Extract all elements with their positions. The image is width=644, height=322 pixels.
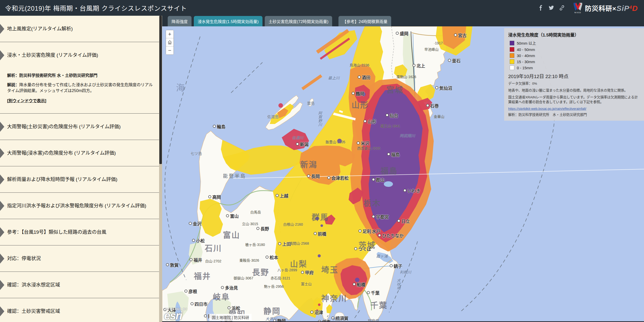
home-button[interactable] <box>166 38 174 46</box>
legend-item-label: 40 - 50mm <box>517 47 535 52</box>
legend-item: 30 - 40mm <box>510 53 639 58</box>
app-window: 令和元(2019)年 梅雨期・台風期 クライシスレスポンスサイト NIED 防災… <box>0 0 644 322</box>
page-title: 令和元(2019)年 梅雨期・台風期 クライシスレスポンスサイト <box>5 3 187 12</box>
map-sources: 国土地理院 | 防災科研 <box>209 314 252 321</box>
legend-link[interactable]: https://sip4dkit-web.bosai.go.jp/rain/ef… <box>508 107 639 111</box>
legend-item-label: 30 - 40mm <box>517 53 535 58</box>
map-zoom-controls: + − <box>166 30 174 55</box>
svg-text:NIED: NIED <box>574 11 581 14</box>
arrow-icon <box>0 24 4 34</box>
legend-items: 50mm 以上 40 - 50mm 30 - 40mm 15 - 30mm <box>508 40 639 70</box>
map-attribution: POWERED BY esri 国土地理院 | 防災科研 <box>164 308 252 321</box>
sidebar-item-analyzed-rainfall[interactable]: 解析雨量および降水短時間予報 (リアルタイム評価) <box>0 166 162 193</box>
twitter-icon[interactable] <box>548 5 554 11</box>
header-right: NIED 防災科研×SiP4D <box>538 2 638 14</box>
arrow-icon <box>0 227 4 237</box>
legend-swatch <box>510 47 514 52</box>
link-icon[interactable] <box>559 5 565 11</box>
map-layer-tab[interactable]: 土砂災害危険度(72時間実効雨量) <box>265 16 332 26</box>
header-bar: 令和元(2019)年 梅雨期・台風期 クライシスレスポンスサイト NIED 防災… <box>0 0 644 16</box>
arrow-icon <box>0 148 4 158</box>
legend-item-label: 50mm 以上 <box>517 40 536 46</box>
map-canvas[interactable]: 海宮城山形新潟福島栃木群馬茨城埼玉千葉神奈川山梨長野静岡愛知岐阜石川福井富山輪島… <box>162 26 644 322</box>
sidebar-item-heavyrain-sediment[interactable]: 大雨警報(土砂災害)の危険度分布 (リアルタイム評価) <box>0 114 162 140</box>
legend-item: 0 - 15mm <box>510 65 639 70</box>
map-tabs: 降雨強度浸水発生危険度(1.5時間実効雨量)土砂災害危険度(72時間実効雨量)【… <box>162 16 644 26</box>
arrow-icon <box>0 174 4 185</box>
sidebar: 地上風推定(リアルタイム解析) 浸水・土砂災害危険度 (リアルタイム評価) 解析… <box>0 16 162 322</box>
legend-item: 50mm 以上 <box>510 40 639 46</box>
legend-item-label: 15 - 30mm <box>517 60 535 64</box>
legend-title: 浸水発生危険度（1.5時間実効雨量） <box>508 31 639 38</box>
legend-panel: 浸水発生危険度（1.5時間実効雨量） 50mm 以上 40 - 50mm 30 … <box>504 28 644 121</box>
sidebar-item-river-flood-forecast[interactable]: 指定河川洪水予報および洪水警報危険度分布 (リアルタイム評価) <box>0 193 162 219</box>
legend-missing-rate: データ欠損率：0% <box>508 81 639 86</box>
legend-swatch <box>510 41 514 45</box>
brand-text: 防災科研×SiP4D <box>585 3 638 13</box>
legend-item: 15 - 30mm <box>510 59 639 64</box>
legend-swatch <box>510 65 514 70</box>
arrow-icon <box>0 50 4 60</box>
sidebar-item-typhoon19-reference[interactable]: 参考：【台風19号】類似した経路の過去の台風 <box>0 219 162 245</box>
legend-timestamp: 2019年10月12日 22:10 時点 <box>508 73 639 79</box>
legend-description-2: 国土交通省XRAINレーダ雨量から算出しています。データ欠損率は欠測期間による計… <box>508 95 639 105</box>
esri-logo: POWERED BY esri <box>164 308 207 321</box>
home-icon <box>167 40 172 45</box>
lake-inawashiro <box>384 181 393 187</box>
legend-swatch <box>510 53 514 58</box>
legend-description-1: 地表や、地面の浅い層に溜まった水分量の指標。局地的な浸水の発生に関係。 <box>508 88 639 93</box>
oshima-island <box>335 312 344 319</box>
legend-item-label: 0 - 15mm <box>517 66 533 70</box>
sidebar-item-detail: 解析：防災科学技術研究所 水・土砂防災研究部門 解説：降水量の分布を使って作成し… <box>0 68 162 114</box>
legend-analysis: 解析：防災科学技術研究所 水・土砂防災研究部門 <box>508 113 639 117</box>
nied-logo-icon: NIED <box>573 2 583 14</box>
sidebar-item-heavyrain-flood[interactable]: 大雨警報(浸水害)の危険度分布 (リアルタイム評価) <box>0 140 162 166</box>
arrow-icon <box>0 201 4 211</box>
map-layer-tab[interactable]: 【参考】24時間積算雨量 <box>338 16 391 26</box>
open-in-new-window-link[interactable]: [別ウィンドウで表示] <box>7 98 46 104</box>
detail-description: 解説：降水量の分布を使って作成した浸水および土砂災害の発生危険度のリアルタイム評… <box>7 82 154 94</box>
detail-analysis: 解析：防災科学技術研究所 水・土砂防災研究部門 <box>7 73 154 78</box>
map-layer-tab[interactable]: 降雨強度 <box>168 16 192 26</box>
arrow-icon <box>0 306 4 316</box>
sidebar-item-power-outage[interactable]: 対応：停電状況 <box>0 245 162 272</box>
zoom-out-button[interactable]: − <box>166 46 174 55</box>
facebook-icon[interactable] <box>538 5 543 11</box>
sidebar-item-flood-assumed-area[interactable]: 確認：洪水浸水想定区域 <box>0 272 162 298</box>
arrow-icon <box>0 254 4 264</box>
brand-logos[interactable]: NIED 防災科研×SiP4D <box>573 2 638 14</box>
sidebar-item-flood-sediment-risk[interactable]: 浸水・土砂災害危険度 (リアルタイム評価) <box>0 42 162 68</box>
legend-item: 40 - 50mm <box>510 47 639 52</box>
sidebar-scrollbar[interactable] <box>159 16 162 322</box>
map-layer-tab[interactable]: 浸水発生危険度(1.5時間実効雨量) <box>194 16 262 26</box>
zoom-in-button[interactable]: + <box>166 30 174 38</box>
arrow-icon <box>0 280 4 290</box>
scrollbar-thumb[interactable] <box>159 16 162 164</box>
social-links <box>538 5 565 11</box>
map-column: 降雨強度浸水発生危険度(1.5時間実効雨量)土砂災害危険度(72時間実効雨量)【… <box>162 16 644 322</box>
arrow-icon <box>0 122 4 132</box>
sidebar-item-sediment-warning-area[interactable]: 確認：土砂災害警戒区域 <box>0 298 162 322</box>
legend-swatch <box>510 59 514 64</box>
sidebar-item-surface-wind[interactable]: 地上風推定(リアルタイム解析) <box>0 16 162 42</box>
